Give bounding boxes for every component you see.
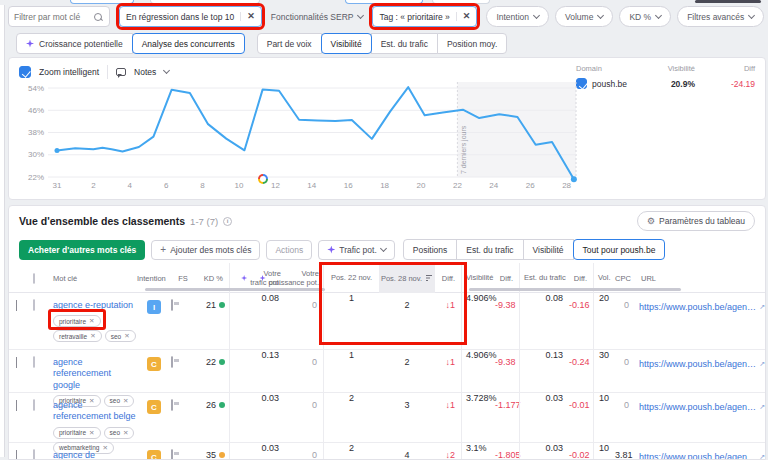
tab-visibilit-[interactable]: Visibilité <box>523 239 574 260</box>
row-checkbox[interactable] <box>33 399 35 411</box>
band-label: 7 derniers jours <box>460 125 468 174</box>
toggle-part-de-voix[interactable]: Part de voix <box>257 33 322 54</box>
add-keywords-button[interactable]: + Ajouter des mots clés <box>151 240 260 260</box>
col-intent[interactable]: Intention <box>137 274 171 283</box>
serp-features-icon[interactable] <box>171 449 173 460</box>
filter-dropdown[interactable]: KD % <box>619 6 671 27</box>
filter-dropdown[interactable]: Intention <box>486 6 549 27</box>
smart-zoom-checkbox[interactable] <box>19 66 31 78</box>
select-all-checkbox[interactable] <box>33 273 35 284</box>
tab-est-du-trafic[interactable]: Est. du trafic <box>456 239 523 260</box>
table-title: Vue d'ensemble des classements <box>19 215 185 227</box>
serp-features-dropdown[interactable]: Fonctionnalités SERP <box>271 12 364 22</box>
sparkle-icon <box>327 246 335 254</box>
col-diff[interactable]: Diff. <box>435 274 461 283</box>
serp-features-icon[interactable] <box>171 399 173 411</box>
col-pos-28-sorted[interactable]: Pos. 28 nov. <box>379 263 435 293</box>
col-growth-pot[interactable]: Votrecroissance pot. <box>285 269 323 287</box>
est-traffic-diff-value: -0.24 <box>569 350 593 367</box>
toggle-position-moy-[interactable]: Position moy. <box>437 33 507 54</box>
external-link-icon[interactable]: ↗ <box>759 303 765 311</box>
col-cpc[interactable]: CPC <box>615 274 635 283</box>
remove-tag-icon[interactable]: ✕ <box>89 429 94 437</box>
traffic-potential-dropdown[interactable]: Trafic pot. <box>318 240 394 260</box>
notes-dropdown[interactable]: Notes <box>134 67 156 77</box>
filter-chip-regression[interactable]: En régression dans le top 10 ✕ <box>119 6 262 27</box>
filter-dropdown[interactable]: Filtres avancés <box>677 6 764 27</box>
col-fs[interactable]: FS <box>171 274 195 283</box>
col-kd[interactable]: KD % <box>195 274 229 283</box>
table-row[interactable]: agence referencement belge prioritaire✕s… <box>9 393 765 443</box>
table-settings-button[interactable]: ⚙ Paramètres du tableau <box>637 211 755 231</box>
keyword-link[interactable]: agence e-reputation <box>53 300 137 311</box>
traffic-pot-value: 0.03 <box>229 443 285 460</box>
keyword-tag[interactable]: retravaille✕ <box>53 330 102 342</box>
toggle-croissance-potentielle[interactable]: Croissance potentielle <box>16 33 133 54</box>
table-row[interactable]: agence referencement google prioritaire✕… <box>9 350 765 393</box>
expand-row-icon[interactable] <box>9 293 27 310</box>
url-link[interactable]: https://www.poush.be/agenc...-naturel-se… <box>639 452 756 460</box>
col-keyword[interactable]: Mot clé <box>53 274 137 283</box>
toggle-analyse-des-concurrents[interactable]: Analyse des concurrents <box>132 33 245 54</box>
col-pos-22[interactable]: Pos. 22 nov. <box>323 263 379 293</box>
info-icon[interactable]: i <box>223 217 232 226</box>
horizontal-scrollbar[interactable] <box>469 288 681 291</box>
filter-chip-tag-prioritaire[interactable]: Tag : « prioritaire » ✕ <box>372 6 477 27</box>
pos-diff-value: ↓2 <box>435 443 461 460</box>
row-checkbox[interactable] <box>33 299 35 311</box>
horizontal-scrollbar[interactable] <box>145 288 325 291</box>
remove-filter-icon[interactable]: ✕ <box>240 12 255 21</box>
tab-tout-pour-poush-be[interactable]: Tout pour poush.be <box>573 239 666 260</box>
dropdown-label: Fonctionnalités SERP <box>271 12 354 22</box>
col-visibility-diff[interactable]: Diff. <box>495 274 519 283</box>
row-checkbox[interactable] <box>33 356 35 368</box>
keyword-filter-input[interactable] <box>8 6 110 27</box>
intent-badge: C <box>147 450 161 460</box>
url-link[interactable]: https://www.poush.be/agenc...-naturel-se… <box>639 359 756 369</box>
est-traffic-diff-value: -0.01 <box>569 393 593 410</box>
keyword-tag[interactable]: prioritaire✕ <box>53 427 101 439</box>
table-row[interactable]: agence de référencement C 35 0.03 0 2 4 … <box>9 443 765 460</box>
col-url[interactable]: URL <box>635 274 765 283</box>
keyword-tag[interactable]: prioritaire✕ <box>53 315 101 327</box>
expand-row-icon[interactable] <box>9 393 27 410</box>
toggle-visibilit-[interactable]: Visibilité <box>321 33 372 54</box>
url-link[interactable]: https://www.poush.be/agenc...-naturel-se… <box>639 402 756 412</box>
remove-tag-icon[interactable]: ✕ <box>123 429 128 437</box>
tab-positions[interactable]: Positions <box>403 239 458 260</box>
search-input[interactable] <box>14 12 90 22</box>
external-link-icon[interactable]: ↗ <box>759 403 765 411</box>
keyword-link[interactable]: agence de référencement <box>53 450 137 460</box>
toggle-est-du-trafic[interactable]: Est. du trafic <box>371 33 438 54</box>
keyword-tag[interactable]: seo✕ <box>104 427 135 439</box>
remove-tag-icon[interactable]: ✕ <box>124 332 129 340</box>
cpc-value: 3.81 <box>615 443 635 460</box>
table-row[interactable]: agence e-reputation prioritaire✕retravai… <box>9 293 765 350</box>
filter-dropdown[interactable]: Volume <box>555 6 613 27</box>
remove-tag-icon[interactable]: ✕ <box>89 317 94 325</box>
expand-row-icon[interactable] <box>9 443 27 460</box>
external-link-icon[interactable]: ↗ <box>759 453 765 460</box>
keyword-link[interactable]: agence referencement google <box>53 357 137 391</box>
row-checkbox[interactable] <box>33 449 35 460</box>
smart-zoom-label: Zoom intelligent <box>39 67 99 77</box>
remove-filter-icon[interactable]: ✕ <box>456 12 471 21</box>
visibility-line-chart[interactable]: 54%46%38%30%22%3124681012141618202224262… <box>0 82 768 196</box>
remove-tag-icon[interactable]: ✕ <box>90 332 95 340</box>
serp-features-icon[interactable] <box>171 299 173 311</box>
expand-row-icon[interactable] <box>9 350 27 367</box>
serp-features-icon[interactable] <box>171 356 173 368</box>
col-est-traffic-diff[interactable]: Diff. <box>569 274 593 283</box>
external-link-icon[interactable]: ↗ <box>759 360 765 368</box>
url-link[interactable]: https://www.poush.be/agenc...e-reputatio… <box>639 302 756 312</box>
analysis-toggle-group: Croissance potentielleAnalyse des concur… <box>16 33 245 54</box>
google-update-note-icon[interactable] <box>258 174 268 184</box>
buy-keywords-button[interactable]: Acheter d'autres mots clés <box>19 240 145 260</box>
table-actions-row: Acheter d'autres mots clés + Ajouter des… <box>9 236 765 263</box>
actions-button[interactable]: Actions <box>266 240 312 260</box>
position-tracking-page: En régression dans le top 10 ✕ Fonctionn… <box>0 0 768 460</box>
keyword-tag[interactable]: seo✕ <box>105 330 136 342</box>
kd-value: 26 <box>206 400 216 410</box>
keyword-link[interactable]: agence referencement belge <box>53 400 137 423</box>
chevron-down-icon <box>655 11 662 18</box>
